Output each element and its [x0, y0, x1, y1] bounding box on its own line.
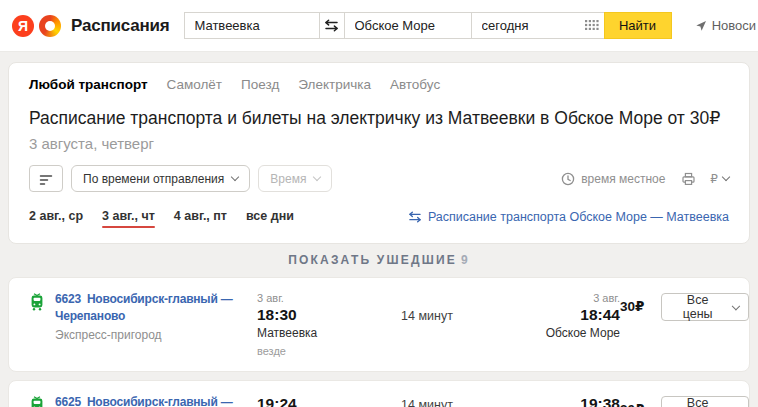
departure-station: Матвеевка — [257, 325, 352, 341]
tab-bus[interactable]: Автобус — [390, 77, 440, 92]
top-bar: Я Расписания Найти — [0, 0, 758, 52]
sort-settings-button[interactable] — [29, 165, 63, 192]
printer-icon — [681, 172, 696, 186]
times-grid: 19:24 14 минут 19:38 везде — [257, 394, 620, 407]
train-category: Экспресс-пригород — [55, 328, 253, 342]
sort-order-label: По времени отправления — [83, 172, 224, 186]
show-departed-label: ПОКАЗАТЬ УШЕДШИЕ — [288, 253, 457, 267]
reverse-route-label: Расписание транспорта Обское Море — Матв… — [428, 210, 729, 224]
currency-label: ₽ — [710, 172, 718, 186]
chevron-down-icon — [231, 173, 239, 181]
date-input[interactable] — [472, 13, 580, 38]
city-label: Новоси — [712, 18, 756, 33]
controls-row: По времени отправления Время время местн… — [29, 165, 729, 192]
train-icon — [29, 292, 45, 311]
route-link[interactable]: Новосибирск-главный — Черепаново — [55, 292, 233, 323]
page-date-subtitle: 3 августа, четверг — [29, 135, 729, 152]
arrival-time: 18:44 — [502, 305, 620, 325]
tab-suburban[interactable]: Электричка — [298, 77, 371, 92]
all-prices-label: Все цены — [672, 396, 722, 407]
schedule-panel: Любой транспорт Самолёт Поезд Электричка… — [8, 62, 750, 244]
reverse-route-link[interactable]: Расписание транспорта Обское Море — Матв… — [408, 210, 729, 226]
chevron-down-icon — [732, 301, 740, 309]
controls-right: время местное ₽ — [561, 172, 729, 186]
local-time-toggle[interactable]: время местное — [561, 172, 665, 186]
train-number-link[interactable]: 6625 — [55, 395, 81, 407]
route-link[interactable]: Новосибирск-главный — Искитим — [55, 395, 233, 407]
result-card: 6623Новосибирск-главный — Черепаново Экс… — [8, 277, 750, 372]
train-icon — [29, 395, 45, 407]
trip-duration: 14 минут — [352, 309, 502, 323]
train-number-link[interactable]: 6623 — [55, 292, 81, 306]
show-departed-button[interactable]: ПОКАЗАТЬ УШЕДШИЕ9 — [0, 253, 758, 267]
yandex-logo-icon: Я — [12, 15, 34, 37]
departed-count: 9 — [461, 253, 470, 267]
departure-time: 18:30 — [257, 305, 352, 325]
trip-duration: 14 минут — [352, 398, 502, 407]
currency-selector[interactable]: ₽ — [710, 172, 729, 186]
result-card: 6625Новосибирск-главный — Искитим Экспре… — [8, 380, 750, 407]
page-title: Расписание транспорта и билеты на электр… — [29, 108, 729, 129]
tab-any-transport[interactable]: Любой транспорт — [29, 77, 148, 92]
route-column: 6623Новосибирск-главный — Черепаново Экс… — [29, 291, 253, 342]
price-value: 30₽ — [620, 401, 644, 407]
time-filter-dropdown[interactable]: Время — [258, 165, 332, 192]
price-column: 30₽ Все цены — [620, 394, 749, 407]
chevron-down-icon — [313, 173, 321, 181]
reverse-icon — [408, 211, 422, 223]
sort-icon — [38, 172, 54, 186]
date-field-box — [471, 12, 605, 39]
swap-icon — [324, 19, 339, 32]
all-prices-label: Все цены — [672, 293, 722, 321]
search-form: Найти — [184, 12, 672, 39]
price-column: 30₽ Все цены — [620, 291, 749, 321]
local-time-label: время местное — [581, 172, 665, 186]
departure-note: везде — [257, 344, 352, 358]
to-field-box — [344, 12, 472, 39]
date-tab-all-days[interactable]: все дни — [246, 209, 294, 227]
arrival-date: 3 авг. — [502, 291, 620, 305]
swap-directions-button[interactable] — [319, 12, 345, 39]
all-prices-dropdown[interactable]: Все цены — [661, 293, 749, 321]
arrival-time: 19:38 — [502, 394, 620, 407]
print-button[interactable] — [681, 172, 696, 186]
date-tab-aug2[interactable]: 2 авг., ср — [29, 209, 83, 227]
transport-tabs: Любой транспорт Самолёт Поезд Электричка… — [29, 77, 729, 92]
city-selector[interactable]: Новоси — [695, 18, 756, 33]
location-arrow-icon — [695, 20, 707, 32]
sort-order-dropdown[interactable]: По времени отправления — [71, 165, 250, 192]
departure-time: 19:24 — [257, 394, 352, 407]
from-input[interactable] — [185, 13, 319, 38]
date-tab-aug3[interactable]: 3 авг., чт — [102, 209, 155, 227]
from-field-box — [184, 12, 320, 39]
departure-date: 3 авг. — [257, 291, 352, 305]
calendar-button[interactable] — [580, 13, 604, 38]
price-value: 30₽ — [620, 298, 644, 314]
search-submit-button[interactable]: Найти — [604, 12, 672, 39]
tab-plane[interactable]: Самолёт — [167, 77, 222, 92]
time-filter-label: Время — [270, 172, 306, 186]
times-grid: 3 авг. 3 авг. 18:30 14 минут 18:44 Матве… — [257, 291, 620, 358]
date-tabs-row: 2 авг., ср 3 авг., чт 4 авг., пт все дни… — [29, 209, 729, 227]
tab-train[interactable]: Поезд — [241, 77, 279, 92]
calendar-grid-icon — [585, 20, 599, 32]
chevron-down-icon — [722, 173, 730, 181]
all-prices-dropdown[interactable]: Все цены — [661, 396, 749, 407]
service-title: Расписания — [71, 16, 170, 36]
route-column: 6625Новосибирск-главный — Искитим Экспре… — [29, 394, 253, 407]
arrival-station: Обское Море — [502, 325, 620, 341]
to-input[interactable] — [345, 13, 471, 38]
date-tab-aug4[interactable]: 4 авг., пт — [174, 209, 227, 227]
clock-icon — [561, 172, 575, 186]
yandex-rasp-logo[interactable]: Я Расписания — [12, 15, 170, 37]
rasp-logo-icon — [39, 15, 61, 37]
